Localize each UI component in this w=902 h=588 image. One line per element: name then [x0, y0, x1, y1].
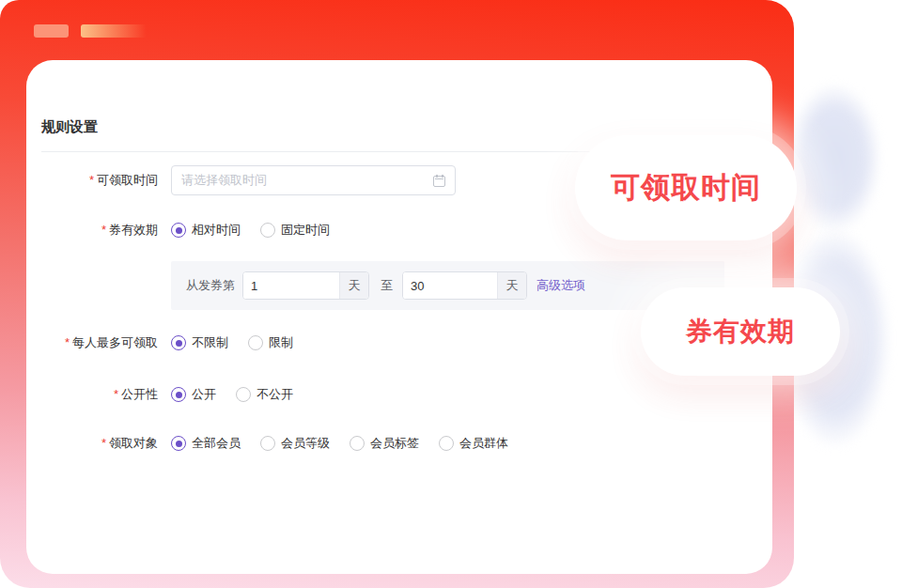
radio-checked-icon — [171, 335, 186, 350]
radio-checked-icon — [171, 436, 186, 451]
advanced-options-link[interactable]: 高级选项 — [537, 277, 585, 294]
from-day-unit: 天 — [339, 272, 368, 299]
radio-unchecked-icon — [236, 387, 251, 402]
radio-fixed-time[interactable]: 固定时间 — [260, 222, 330, 239]
radio-unchecked-icon — [260, 436, 275, 451]
callout-receive-time: 可领取时间 — [575, 135, 797, 240]
required-asterisk: * — [65, 335, 70, 349]
required-asterisk: * — [101, 223, 106, 237]
validity-label: *券有效期 — [26, 222, 158, 239]
to-day-input[interactable] — [403, 272, 497, 299]
window-decor-chip-1 — [34, 24, 69, 38]
row-audience: *领取对象 全部会员 会员等级 会员标签 — [26, 428, 508, 458]
publicity-label: *公开性 — [26, 386, 158, 403]
to-separator-text: 至 — [381, 277, 393, 294]
radio-unlimited[interactable]: 不限制 — [171, 334, 228, 351]
panel-prefix-text: 从发券第 — [186, 277, 235, 294]
radio-unchecked-icon — [350, 436, 365, 451]
callout-validity: 券有效期 — [641, 287, 840, 376]
radio-limited[interactable]: 限制 — [248, 334, 293, 351]
to-day-unit: 天 — [497, 272, 526, 299]
row-receive-time: *可领取时间 请选择领取时间 — [26, 165, 456, 195]
from-day-input[interactable] — [243, 272, 339, 299]
row-per-person: *每人最多可领取 不限制 限制 — [26, 328, 293, 358]
lavender-blob-top — [787, 83, 881, 233]
per-person-label: *每人最多可领取 — [26, 334, 158, 351]
screenshot-stage: 规则设置 *可领取时间 请选择领取时间 *券有效期 — [0, 0, 902, 588]
radio-public[interactable]: 公开 — [171, 386, 216, 403]
to-day-group: 天 — [402, 271, 527, 300]
receive-time-label: *可领取时间 — [26, 172, 158, 189]
from-day-group: 天 — [242, 271, 369, 300]
radio-checked-icon — [171, 223, 186, 238]
radio-checked-icon — [171, 387, 186, 402]
row-validity: *券有效期 相对时间 固定时间 — [26, 215, 330, 245]
relative-time-panel: 从发券第 天 至 天 高级选项 — [171, 261, 724, 310]
radio-member-group[interactable]: 会员群体 — [439, 435, 508, 452]
radio-all-members[interactable]: 全部会员 — [171, 435, 241, 452]
radio-member-tag[interactable]: 会员标签 — [350, 435, 419, 452]
section-title: 规则设置 — [41, 118, 98, 136]
receive-time-placeholder: 请选择领取时间 — [181, 172, 433, 189]
window-decor-chip-2 — [81, 24, 158, 38]
radio-member-level[interactable]: 会员等级 — [260, 435, 330, 452]
calendar-icon[interactable] — [433, 176, 445, 187]
radio-unchecked-icon — [439, 436, 454, 451]
radio-relative-time[interactable]: 相对时间 — [171, 222, 241, 239]
radio-unchecked-icon — [260, 223, 275, 238]
row-publicity: *公开性 公开 不公开 — [26, 379, 293, 410]
required-asterisk: * — [89, 173, 94, 187]
radio-not-public[interactable]: 不公开 — [236, 386, 293, 403]
callout-validity-text: 券有效期 — [686, 314, 795, 349]
receive-time-picker[interactable]: 请选择领取时间 — [171, 165, 456, 195]
audience-label: *领取对象 — [26, 435, 158, 452]
callout-receive-time-text: 可领取时间 — [611, 168, 761, 208]
radio-unchecked-icon — [248, 335, 263, 350]
required-asterisk: * — [101, 436, 106, 450]
required-asterisk: * — [114, 387, 118, 401]
